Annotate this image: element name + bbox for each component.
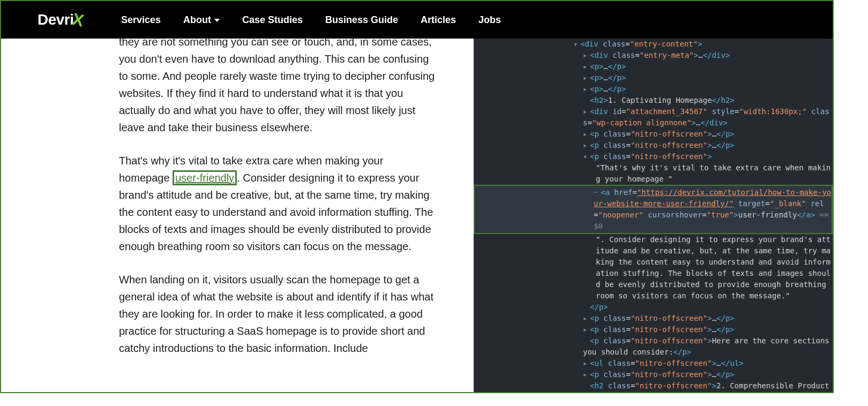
chevron-down-icon xyxy=(214,19,220,22)
dom-node[interactable]: <p class="nitro-offscreen">Here are the … xyxy=(474,335,833,358)
dom-node[interactable]: ▸<p class="nitro-offscreen">…</p> xyxy=(474,313,833,324)
paragraph: they are not something you can see or to… xyxy=(119,39,435,136)
dom-text[interactable]: ". Consider designing it to express your… xyxy=(474,234,833,302)
nav-services[interactable]: Services xyxy=(121,14,161,26)
dom-node[interactable]: <h2>1. Captivating Homepage</h2> xyxy=(474,95,833,106)
paragraph: That's why it's vital to take extra care… xyxy=(119,152,435,255)
dom-node[interactable]: ▸<div class="entry-meta">…</div> xyxy=(474,50,833,61)
logo-text: Devri xyxy=(38,11,74,28)
dom-node[interactable]: ▸<p class="nitro-offscreen">…</p> xyxy=(474,324,833,335)
dom-node[interactable]: <h2 class="nitro-offscreen">2. Comprehen… xyxy=(474,380,833,392)
article-body: they are not something you can see or to… xyxy=(1,39,474,392)
nav-about[interactable]: About xyxy=(183,14,220,26)
dom-node[interactable]: ▸<p class="nitro-offscreen">…</p> xyxy=(474,369,833,380)
dom-text[interactable]: "That's why it's vital to take extra car… xyxy=(474,162,833,185)
selected-dom-node[interactable]: ⋯<a href="https://devrix.com/tutorial/ho… xyxy=(474,185,833,234)
logo[interactable]: DevriX xyxy=(38,10,84,30)
dom-node[interactable]: ▾<div class="entry-content"> xyxy=(474,39,833,50)
user-friendly-link[interactable]: user-friendly xyxy=(173,170,237,185)
nav-business-guide[interactable]: Business Guide xyxy=(325,14,398,26)
dom-node[interactable]: ▸<ul class="nitro-offscreen">…</ul> xyxy=(474,358,833,369)
dom-node[interactable]: ▸<p>…</p> xyxy=(474,72,833,84)
paragraph: When landing on it, visitors usually sca… xyxy=(119,271,435,357)
dom-node[interactable]: ▸<p>…</p> xyxy=(474,61,833,72)
nav-jobs[interactable]: Jobs xyxy=(478,14,501,26)
dom-node[interactable]: ▸<p class="nitro-offscreen">…</p> xyxy=(474,129,833,140)
dom-node[interactable]: ▸<div id="attachment_34567" style="width… xyxy=(474,106,833,129)
dom-node[interactable]: ▸<p class="nitro-offscreen">…</p> xyxy=(474,140,833,151)
devtools-elements-panel[interactable]: ▾<div class="entry-content"> ▸<div class… xyxy=(474,39,833,392)
site-header: DevriX Services About Case Studies Busin… xyxy=(1,1,833,39)
nav-case-studies[interactable]: Case Studies xyxy=(242,14,303,26)
nav-articles[interactable]: Articles xyxy=(421,14,456,26)
dom-node[interactable]: </p> xyxy=(474,302,833,313)
main-nav: Services About Case Studies Business Gui… xyxy=(121,14,501,26)
dom-node[interactable]: ▸<p>…</p> xyxy=(474,84,833,95)
dom-node[interactable]: ▾<p class="nitro-offscreen"> xyxy=(474,151,833,162)
